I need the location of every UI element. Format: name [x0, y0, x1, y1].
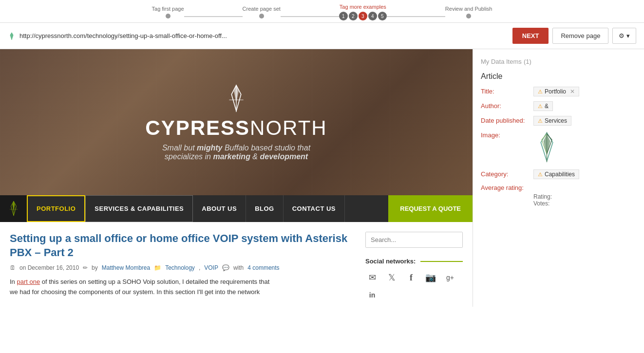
nav-items: PORTFOLIO SERVICES & CAPABILITIES ABOUT … — [27, 195, 388, 222]
tag-services-text: Services — [545, 117, 567, 124]
url-actions: NEXT Remove page ⚙ ▾ — [512, 28, 636, 44]
panel-field-date: Date published: ⚠ Services — [481, 116, 636, 126]
nav-item-services[interactable]: SERVICES & CAPABILITIES — [85, 195, 193, 222]
article-comments-link[interactable]: 4 comments — [247, 264, 279, 271]
panel-value-author: ⚠ & — [533, 101, 636, 111]
hero-title: CYPRESSNORTH — [145, 116, 327, 140]
nav-item-portfolio[interactable]: PORTFOLIO — [27, 195, 85, 222]
article-main: Setting up a small office or home office… — [10, 232, 356, 302]
hero-subtitle: Small but mighty Buffalo based studio th… — [145, 144, 327, 161]
search-button[interactable]: 🔍 — [457, 232, 463, 247]
hero-logo-icon — [224, 83, 248, 115]
article-body: In part one of this series on setting up… — [10, 277, 356, 297]
step-num-2: 2 — [349, 12, 358, 20]
settings-button[interactable]: ⚙ ▾ — [612, 28, 636, 44]
social-title: Social networks: — [365, 258, 463, 265]
panel-label-title: Title: — [481, 87, 530, 95]
panel-value-date: ⚠ Services — [533, 116, 636, 126]
step-label-4: Review and Publish — [445, 6, 492, 12]
panel-rating-sub2: Votes: — [533, 200, 636, 207]
article-category-technology[interactable]: Technology — [165, 264, 195, 271]
panel-label-category: Category: — [481, 169, 530, 178]
panel-value-title: ⚠ Portfolio ✕ — [533, 87, 636, 96]
social-icons: ✉ 𝕏 f 📷 g+ — [365, 271, 463, 284]
article-author-by: by — [92, 264, 98, 271]
panel-label-date: Date published: — [481, 116, 530, 124]
step-num-3: 3 — [359, 12, 367, 20]
step-dot-1 — [166, 14, 170, 19]
next-button[interactable]: NEXT — [512, 28, 549, 44]
panel-value-category: ⚠ Capabilities — [533, 169, 636, 179]
hero-title-light: NORTH — [250, 116, 327, 139]
step-label-2: Create page set — [243, 6, 281, 12]
tag-portfolio: ⚠ Portfolio ✕ — [533, 87, 579, 96]
panel-label-image: Image: — [481, 130, 530, 139]
folder-icon: 📁 — [154, 264, 161, 271]
panel-title-count: (1) — [524, 58, 531, 65]
step-dot-4 — [466, 14, 471, 19]
hero-content: CYPRESSNORTH Small but mighty Buffalo ba… — [145, 83, 327, 161]
article-date: on December 16, 2010 — [19, 264, 79, 271]
warning-icon-date: ⚠ — [538, 118, 543, 124]
linkedin-icon[interactable]: in — [365, 288, 379, 302]
calendar-icon: 🗓 — [10, 264, 16, 271]
twitter-icon[interactable]: 𝕏 — [385, 271, 398, 284]
step-line-3 — [387, 16, 445, 17]
step-line-1 — [184, 16, 243, 17]
panel-rating-text: Rating: — [533, 193, 552, 200]
panel-title-text: My Data Items — [481, 58, 522, 65]
step-label-3: Tag more examples — [340, 4, 386, 10]
tag-close-button[interactable]: ✕ — [570, 88, 575, 95]
tag-services: ⚠ Services — [533, 116, 571, 126]
instagram-icon[interactable]: 📷 — [424, 271, 437, 284]
article-title: Setting up a small office or home office… — [10, 232, 356, 260]
article-section: Setting up a small office or home office… — [0, 222, 473, 307]
warning-icon-title: ⚠ — [538, 89, 543, 95]
step-review: Review and Publish — [445, 6, 492, 19]
tag-capabilities: ⚠ Capabilities — [533, 169, 579, 179]
step-tag-more: Tag more examples 1 2 3 4 5 — [339, 4, 387, 20]
website-preview: CYPRESSNORTH Small but mighty Buffalo ba… — [0, 49, 473, 307]
warning-icon-category: ⚠ — [538, 171, 543, 178]
search-input[interactable] — [366, 232, 457, 247]
article-category-voip[interactable]: VOIP — [204, 264, 218, 271]
panel-rating-label: Average rating: — [481, 184, 530, 191]
facebook-icon[interactable]: f — [404, 271, 418, 284]
nav-item-blog[interactable]: BLOG — [246, 195, 284, 222]
nav-item-contact[interactable]: CONTACT US — [284, 195, 345, 222]
panel-image-icon — [533, 130, 560, 165]
social-icons-row2: in — [365, 288, 463, 302]
remove-page-button[interactable]: Remove page — [552, 28, 608, 44]
article-author-link[interactable]: Matthew Mombrea — [102, 264, 150, 271]
step-num-5: 5 — [378, 12, 387, 20]
nav-logo-icon — [7, 200, 20, 218]
progress-bar: Tag first page Create page set Tag more … — [0, 0, 644, 23]
panel-votes-text: Votes: — [533, 200, 549, 207]
tag-author-text: & — [545, 103, 549, 110]
step-tag-first: Tag first page — [152, 6, 184, 19]
url-text: http://cypressnorth.com/technology/setti… — [19, 32, 512, 39]
panel-value-image — [533, 130, 636, 165]
panel-field-title: Title: ⚠ Portfolio ✕ — [481, 87, 636, 96]
article-link-part-one[interactable]: part one — [17, 278, 40, 285]
hero-title-bold: CYPRESS — [145, 116, 250, 139]
social-section: Social networks: ✉ 𝕏 f 📷 g+ in — [365, 258, 463, 302]
tag-portfolio-text: Portfolio — [545, 88, 566, 95]
nav-logo[interactable] — [0, 195, 27, 222]
panel-field-category: Category: ⚠ Capabilities — [481, 169, 636, 179]
step-dot-2 — [259, 14, 264, 19]
panel-field-image: Image: — [481, 130, 636, 165]
panel-section-title: Article — [481, 72, 636, 81]
article-comment-with: with — [233, 264, 244, 271]
step-num-1: 1 — [339, 12, 348, 20]
nav-cta-button[interactable]: REQUEST A QUOTE — [388, 195, 473, 222]
google-plus-icon[interactable]: g+ — [443, 271, 457, 284]
panel-field-author: Author: ⚠ & — [481, 101, 636, 111]
pencil-icon: ✏ — [83, 264, 88, 271]
panel-label-author: Author: — [481, 101, 530, 110]
panel-rating-row: Average rating: — [481, 184, 636, 191]
article-meta: 🗓 on December 16, 2010 ✏ by Matthew Momb… — [10, 264, 356, 271]
nav-item-about[interactable]: ABOUT US — [193, 195, 246, 222]
email-icon[interactable]: ✉ — [365, 271, 379, 284]
panel-rating-section: Average rating: Rating: Votes: — [481, 184, 636, 207]
